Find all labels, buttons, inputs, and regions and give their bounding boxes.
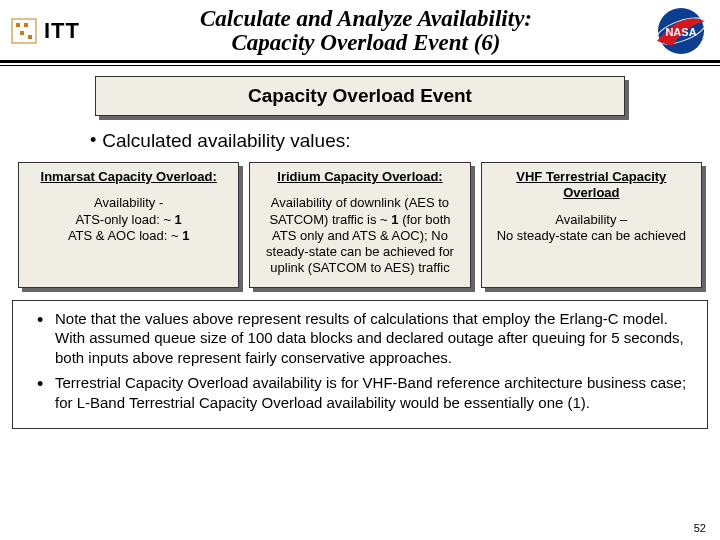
itt-text: ITT (44, 18, 80, 44)
bullet-icon: • (37, 373, 43, 396)
svg-rect-1 (16, 23, 20, 27)
iridium-body: Availability of downlink (AES to SATCOM)… (258, 195, 461, 276)
itt-logo: ITT (10, 17, 80, 45)
intro-bullet: •Calculated availability values: (90, 130, 720, 152)
svg-rect-4 (28, 35, 32, 39)
divider-thin (0, 65, 720, 66)
title-line2: Capacity Overload Event (6) (88, 31, 644, 55)
svg-rect-3 (20, 31, 24, 35)
header: ITT Calculate and Analyze Availability: … (0, 0, 720, 56)
page-number: 52 (694, 522, 706, 534)
inmarsat-ats-only: ATS-only load: ~ 1 (27, 212, 230, 228)
page-title: Calculate and Analyze Availability: Capa… (88, 7, 644, 55)
col-iridium: Iridium Capacity Overload: Availability … (249, 162, 470, 288)
bullet-icon: • (37, 309, 43, 332)
title-line1: Calculate and Analyze Availability: (88, 7, 644, 31)
note-2: •Terrestrial Capacity Overload availabil… (41, 373, 699, 412)
bullet-icon: • (90, 130, 96, 150)
columns-row: Inmarsat Capacity Overload: Availability… (0, 162, 720, 288)
note-1: •Note that the values above represent re… (41, 309, 699, 368)
col-vhf: VHF Terrestrial Capacity Overload Availa… (481, 162, 702, 288)
vhf-body: No steady-state can be achieved (490, 228, 693, 244)
inmarsat-heading: Inmarsat Capacity Overload: (27, 169, 230, 185)
section-title: Capacity Overload Event (96, 77, 624, 115)
vhf-availability: Availability – (490, 212, 693, 228)
notes-panel: •Note that the values above represent re… (12, 300, 708, 430)
inmarsat-availability: Availability - (27, 195, 230, 211)
itt-icon (10, 17, 38, 45)
iridium-heading: Iridium Capacity Overload: (258, 169, 461, 185)
col-inmarsat: Inmarsat Capacity Overload: Availability… (18, 162, 239, 288)
nasa-logo-icon: NASA (652, 6, 710, 56)
divider-thick (0, 60, 720, 63)
svg-rect-2 (24, 23, 28, 27)
intro-text: Calculated availability values: (102, 130, 350, 151)
inmarsat-ats-aoc: ATS & AOC load: ~ 1 (27, 228, 230, 244)
vhf-heading: VHF Terrestrial Capacity Overload (490, 169, 693, 202)
section-title-panel: Capacity Overload Event (95, 76, 625, 116)
svg-text:NASA: NASA (665, 26, 696, 38)
